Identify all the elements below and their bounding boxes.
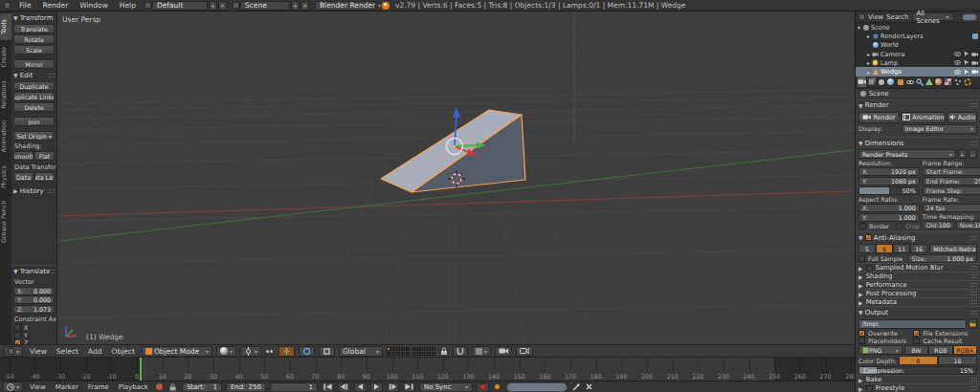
screen-layout-dropdown[interactable]: Default — [152, 1, 208, 11]
timeline-marker-menu[interactable]: Marker — [53, 383, 81, 391]
translate-operator-header[interactable]: ▼Translate — [13, 266, 55, 276]
outliner-row-lamp[interactable]: ▸ Lamp — [856, 58, 980, 67]
layer-button[interactable] — [391, 352, 395, 356]
mode-dropdown[interactable]: Object Mode▾ — [142, 346, 212, 357]
menu-window[interactable]: Window — [77, 1, 111, 10]
visibility-eye-icon[interactable] — [954, 51, 961, 57]
add-menu[interactable]: Add — [85, 347, 105, 356]
panel-grip-icon[interactable] — [970, 300, 977, 304]
tab-scene[interactable] — [877, 76, 885, 87]
timeline-playback-menu[interactable]: Playback — [116, 383, 151, 391]
tab-render-layers[interactable] — [867, 76, 876, 87]
rotate-button[interactable]: Rotate — [13, 34, 55, 44]
select-menu[interactable]: Select — [54, 347, 81, 356]
panel-grip-icon[interactable] — [970, 266, 977, 270]
panel-grip-icon[interactable] — [970, 386, 977, 390]
layer-button[interactable] — [396, 347, 400, 351]
placeholders-checkbox[interactable] — [858, 338, 865, 344]
menu-render[interactable]: Render — [40, 1, 72, 10]
menu-help[interactable]: Help — [117, 1, 139, 10]
start-frame-field[interactable]: Start Frame:1 — [923, 167, 980, 176]
resolution-y-field[interactable]: Y:1080 px — [858, 177, 920, 185]
remap-new-field[interactable]: New:100 — [956, 221, 980, 229]
constraint-x-checkbox[interactable] — [14, 324, 21, 331]
manipulator-y-handle[interactable] — [455, 145, 477, 146]
join-button[interactable]: Join — [13, 117, 55, 126]
translate-z-field[interactable]: Z:1.073 — [13, 305, 55, 314]
layer-button[interactable] — [412, 347, 416, 351]
layer-button[interactable] — [422, 347, 426, 351]
duplicate-linked-button[interactable]: Duplicate Linked — [13, 92, 55, 101]
post-processing-panel-header[interactable]: ▶Post Processing — [856, 289, 980, 297]
play-reverse-button[interactable] — [354, 382, 367, 392]
crop-checkbox[interactable] — [896, 223, 902, 229]
resolution-scale-slider[interactable]: 50% — [858, 186, 920, 195]
panel-grip-icon[interactable] — [52, 270, 55, 273]
previous-keyframe-button[interactable] — [338, 382, 350, 392]
expander-icon[interactable]: ▸ — [867, 51, 870, 57]
selectability-arrow-icon[interactable] — [963, 59, 969, 66]
freestyle-checkbox[interactable] — [866, 385, 873, 392]
layer-button[interactable] — [391, 347, 395, 351]
shelf-tab-create[interactable]: Create — [0, 41, 11, 74]
aa-samples-16-button[interactable]: 16 — [910, 244, 927, 253]
layer-button[interactable] — [387, 347, 390, 351]
next-keyframe-button[interactable] — [387, 382, 399, 392]
scene-selector-icon[interactable] — [233, 2, 239, 9]
start-frame-field[interactable]: Start:1 — [182, 382, 222, 392]
layer-button[interactable] — [432, 347, 435, 351]
3d-viewport[interactable]: User Persp (1) Wedge — [57, 11, 855, 344]
shade-smooth-button[interactable]: Smooth — [13, 151, 33, 161]
screen-layout-icon[interactable] — [145, 2, 151, 9]
outliner-row-wedge[interactable]: ▸ Wedge — [856, 67, 980, 76]
renderlayer-render-toggle[interactable] — [971, 33, 978, 39]
render-panel-header[interactable]: ▼Render — [856, 100, 980, 111]
outliner-filter-search-field[interactable] — [962, 13, 977, 21]
layer-button[interactable] — [401, 352, 405, 356]
renderability-camera-icon[interactable] — [971, 69, 978, 76]
jump-to-end-button[interactable] — [403, 382, 415, 392]
panel-grip-icon[interactable] — [48, 189, 55, 193]
layer-button[interactable] — [387, 352, 390, 356]
scale-button[interactable]: Scale — [13, 45, 55, 54]
render-audio-button[interactable]: Audio — [947, 112, 977, 123]
color-depth-16-button[interactable]: 16 — [938, 356, 977, 365]
panel-grip-icon[interactable] — [970, 142, 977, 145]
layer-button[interactable] — [427, 352, 431, 356]
view-menu[interactable]: View — [27, 347, 50, 356]
visibility-eye-icon[interactable] — [954, 59, 961, 66]
renderability-camera-icon[interactable] — [971, 59, 978, 66]
aa-samples-5-button[interactable]: 5 — [858, 244, 876, 253]
shading-panel-header[interactable]: ▶Shading — [856, 272, 980, 280]
object-menu[interactable]: Object — [109, 347, 138, 356]
tab-object-data[interactable] — [924, 76, 933, 87]
timeline-ruler[interactable]: -50-40-30-20-100102030405060708090100110… — [0, 358, 855, 381]
lock-time-cursor-toggle[interactable] — [168, 382, 178, 392]
play-button[interactable] — [370, 382, 383, 392]
info-editor-icon[interactable] — [4, 2, 11, 9]
aspect-y-field[interactable]: Y:1.000 — [858, 213, 920, 222]
tab-render[interactable] — [858, 76, 866, 87]
layer-button[interactable] — [417, 347, 421, 351]
opengl-render-button[interactable] — [495, 346, 512, 357]
antialiasing-panel-header[interactable]: ▼✓Anti-Aliasing — [856, 232, 980, 243]
visibility-eye-icon[interactable] — [954, 69, 961, 76]
data-transfer-layout-button[interactable]: Data Layo — [34, 172, 55, 182]
viewport-shading-dropdown[interactable]: ▾ — [216, 346, 236, 357]
panel-grip-icon[interactable] — [48, 74, 55, 77]
end-frame-field[interactable]: End Frame:250 — [923, 177, 980, 185]
renderability-camera-icon[interactable] — [971, 51, 978, 57]
translate-y-field[interactable]: Y:0.000 — [13, 295, 55, 304]
dimensions-panel-header[interactable]: ▼Dimensions — [856, 138, 980, 148]
file-extensions-checkbox[interactable]: ✓ — [913, 330, 920, 337]
layer-buttons[interactable] — [387, 347, 435, 356]
output-panel-header[interactable]: ▼Output — [856, 307, 980, 317]
panel-grip-icon[interactable] — [970, 292, 977, 295]
bake-panel-header[interactable]: ▶Bake — [856, 375, 980, 383]
timeline-frame-menu[interactable]: Frame — [85, 383, 112, 391]
display-mode-dropdown[interactable]: Image Editor▾ — [902, 124, 977, 134]
shelf-tab-tools[interactable]: Tools — [0, 13, 11, 40]
edit-panel-header[interactable]: ▼Edit — [13, 70, 55, 80]
manipulator-rotate-button[interactable] — [299, 346, 315, 357]
use-preview-range-toggle[interactable] — [155, 382, 165, 392]
